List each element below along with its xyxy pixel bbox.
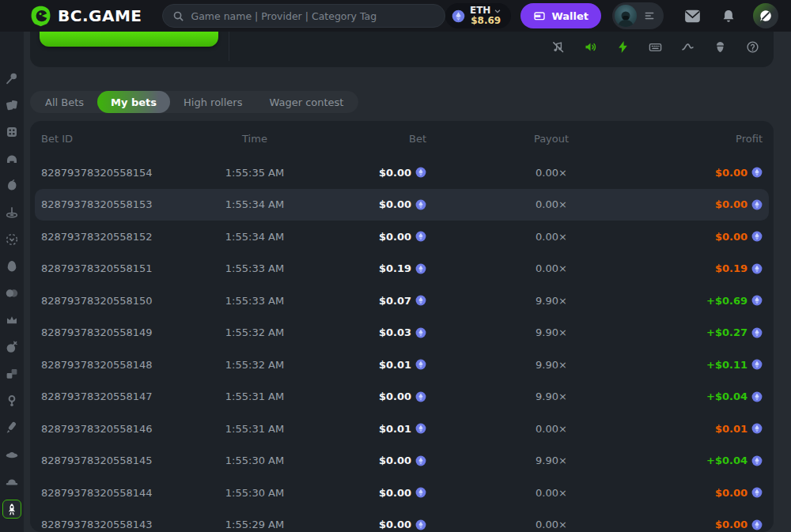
eth-coin-icon — [415, 327, 426, 338]
turbo-bolt-icon[interactable] — [616, 40, 630, 54]
eth-coin-icon — [751, 519, 763, 530]
trends-icon[interactable] — [681, 40, 694, 54]
table-row[interactable]: 82879378320558143 1:55:29 AM $0.00 0.00×… — [41, 509, 763, 532]
bc-game-logo[interactable]: BC.GAME — [30, 6, 142, 27]
bet-button[interactable] — [40, 32, 218, 47]
sidebar-game-crash-rocket-icon[interactable] — [2, 500, 21, 519]
table-row[interactable]: 82879378320558147 1:55:31 AM $0.00 9.90×… — [41, 381, 763, 413]
profile-menu[interactable] — [612, 2, 664, 29]
col-header-bet-id: Bet ID — [41, 133, 191, 145]
eth-coin-icon — [751, 263, 763, 274]
bet-id: 82879378320558154 — [41, 167, 191, 179]
eth-coin-icon — [751, 423, 763, 434]
sidebar-game-comet-icon[interactable] — [3, 70, 21, 86]
mail-icon[interactable] — [684, 9, 701, 23]
tab-all-bets[interactable]: All Bets — [32, 91, 97, 113]
eth-coin-icon — [415, 487, 426, 498]
game-search-bar[interactable] — [162, 4, 445, 28]
table-row[interactable]: 82879378320558153 1:55:34 AM $0.00 0.00×… — [35, 189, 769, 221]
eth-coin-icon — [751, 199, 763, 210]
bet-amount: $0.00 — [318, 487, 426, 499]
tab-my-bets[interactable]: My bets — [97, 91, 170, 113]
sound-icon[interactable] — [584, 40, 597, 54]
eth-coin-icon — [751, 167, 763, 178]
sidebar-game-keyhole-icon[interactable] — [3, 392, 21, 409]
bet-time: 1:55:35 AM — [191, 167, 318, 179]
eth-coin-icon — [415, 391, 426, 402]
profit-amount: $0.00 — [676, 487, 763, 499]
payout-multiplier: 9.90× — [426, 455, 676, 466]
seed-icon[interactable] — [713, 40, 727, 54]
sidebar-game-paw-icon[interactable] — [3, 529, 21, 532]
bet-value: $0.03 — [379, 326, 411, 338]
table-row[interactable]: 82879378320558149 1:55:32 AM $0.03 9.90×… — [41, 317, 763, 349]
sidebar-game-boxes-icon[interactable] — [3, 365, 21, 382]
bet-id: 82879378320558147 — [41, 391, 191, 402]
table-row[interactable]: 82879378320558152 1:55:34 AM $0.00 0.00×… — [41, 221, 763, 253]
music-off-icon[interactable] — [551, 40, 565, 54]
sidebar-game-cards-icon[interactable] — [3, 96, 21, 113]
bet-time: 1:55:30 AM — [191, 487, 318, 499]
chat-button[interactable] — [753, 3, 778, 28]
bell-icon[interactable] — [721, 9, 736, 24]
col-header-profit: Profit — [676, 133, 763, 145]
chat-icon — [759, 9, 773, 23]
table-row[interactable]: 82879378320558150 1:55:33 AM $0.07 9.90×… — [41, 285, 763, 317]
sidebar-game-limbo-icon[interactable] — [3, 231, 21, 247]
bet-time: 1:55:32 AM — [191, 326, 318, 338]
profit-amount: $0.00 — [676, 231, 763, 243]
sidebar-game-plinko-target-icon[interactable] — [3, 204, 21, 221]
bet-time: 1:55:33 AM — [191, 295, 318, 307]
eth-coin-icon — [415, 295, 426, 306]
sidebar-game-bomb-icon[interactable] — [3, 338, 21, 355]
bet-amount: $0.01 — [318, 359, 426, 371]
sidebar-game-crown-icon[interactable] — [3, 311, 21, 328]
bets-tab-bar: All BetsMy betsHigh rollersWager contest — [30, 91, 358, 113]
bet-amount: $0.00 — [318, 519, 426, 530]
bet-amount: $0.07 — [318, 295, 426, 307]
profit-amount: +$0.11 — [676, 359, 763, 371]
search-input[interactable] — [191, 10, 434, 22]
wallet-button[interactable]: Wallet — [520, 3, 601, 28]
tab-wager-contest[interactable]: Wager contest — [255, 91, 357, 113]
table-row[interactable]: 82879378320558146 1:55:31 AM $0.01 0.00×… — [41, 413, 763, 445]
payout-multiplier: 0.00× — [426, 167, 676, 179]
bet-value: $0.01 — [379, 423, 411, 435]
bet-value: $0.07 — [379, 295, 411, 307]
sidebar-game-mango-icon[interactable] — [3, 177, 21, 194]
sidebar-game-helmet-icon[interactable] — [3, 150, 21, 167]
table-row[interactable]: 82879378320558145 1:55:30 AM $0.00 9.90×… — [41, 445, 763, 477]
help-icon[interactable] — [746, 40, 759, 54]
sidebar-game-hat-icon[interactable] — [3, 473, 21, 489]
eth-coin-icon — [415, 455, 426, 466]
profit-value: +$0.27 — [706, 326, 747, 338]
table-row[interactable]: 82879378320558148 1:55:32 AM $0.01 9.90×… — [41, 349, 763, 381]
tab-high-rollers[interactable]: High rollers — [170, 91, 255, 113]
profit-amount: $0.00 — [676, 167, 763, 179]
bet-amount: $0.01 — [318, 423, 426, 435]
bet-time: 1:55:30 AM — [191, 455, 318, 466]
payout-multiplier: 9.90× — [426, 295, 676, 307]
sidebar-game-egg-icon[interactable] — [3, 258, 21, 274]
profit-amount: +$0.04 — [676, 455, 763, 466]
profit-value: $0.00 — [715, 487, 747, 499]
profit-value: +$0.69 — [706, 295, 747, 307]
table-row[interactable]: 82879378320558144 1:55:30 AM $0.00 0.00×… — [41, 477, 763, 509]
hotkeys-keyboard-icon[interactable] — [649, 40, 662, 54]
table-row[interactable]: 82879378320558154 1:55:35 AM $0.00 0.00×… — [41, 157, 763, 189]
sidebar-game-ufo-icon[interactable] — [3, 446, 21, 462]
currency-selector[interactable]: ETH $8.69 — [445, 3, 511, 28]
sidebar-game-dice-icon[interactable] — [3, 123, 21, 140]
bet-value: $0.00 — [379, 167, 411, 179]
profit-amount: +$0.69 — [676, 295, 763, 307]
menu-list-icon — [643, 10, 656, 21]
bet-id: 82879378320558152 — [41, 231, 191, 243]
game-toolbar — [551, 40, 759, 54]
table-row[interactable]: 82879378320558151 1:55:33 AM $0.19 0.00×… — [41, 253, 763, 285]
bet-value: $0.00 — [379, 198, 411, 210]
game-panel — [30, 32, 774, 67]
eth-coin-icon — [452, 9, 465, 23]
sidebar-game-missile-icon[interactable] — [3, 419, 21, 436]
eth-coin-icon — [415, 167, 426, 178]
sidebar-game-coins-icon[interactable] — [3, 285, 21, 301]
